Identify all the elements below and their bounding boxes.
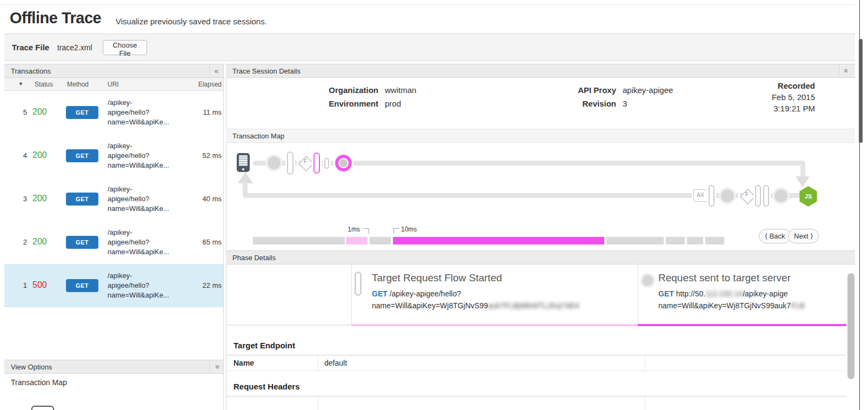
status-code: 200 bbox=[32, 194, 47, 203]
trace-file-name: trace2.xml bbox=[57, 43, 92, 52]
transaction-map-title: Transaction Map bbox=[232, 132, 284, 140]
method-badge: GET bbox=[66, 193, 98, 206]
phase-query: name=Will&apiKey=Wj8TGjNvS99auk7 bbox=[658, 301, 791, 310]
name-value: default bbox=[324, 359, 347, 367]
uri-line: /apikey- bbox=[108, 228, 169, 237]
status-code: 500 bbox=[32, 280, 47, 290]
policy-step-pill-icon[interactable] bbox=[709, 185, 715, 207]
vertical-scrollbar-thumb[interactable] bbox=[847, 273, 854, 379]
request-track-corner bbox=[800, 162, 805, 176]
method-badge: GET bbox=[66, 149, 98, 162]
device-screen bbox=[239, 155, 248, 166]
pane-divider-right bbox=[226, 64, 226, 410]
uri-line: name=Will&apiKe... bbox=[108, 117, 169, 127]
collapse-view-options-button[interactable]: « bbox=[209, 360, 223, 373]
timeline-segment bbox=[253, 237, 345, 244]
timeline-segment bbox=[606, 237, 664, 244]
target-endpoint-heading: Target Endpoint bbox=[233, 341, 295, 350]
api-proxy-value: apikey-apigee bbox=[623, 85, 673, 95]
phase-underline-current bbox=[638, 324, 846, 326]
top-divider bbox=[0, 4, 855, 5]
response-track bbox=[243, 193, 805, 198]
page-title: Offline Trace bbox=[10, 9, 101, 27]
elapsed-cell: 22 ms bbox=[183, 281, 222, 289]
column-status[interactable]: Status bbox=[35, 81, 53, 88]
column-elapsed[interactable]: Elapsed bbox=[183, 81, 222, 88]
phase-card-current[interactable]: Request sent to target server GET http:/… bbox=[638, 264, 846, 324]
status-code: 200 bbox=[32, 150, 47, 160]
table-row-selected[interactable]: 1 500 GET /apikey- apigee/hello? name=Wi… bbox=[4, 264, 223, 307]
offline-trace-app: Offline Trace Visualize previously saved… bbox=[0, 0, 868, 410]
tick-bracket-left bbox=[393, 228, 399, 234]
uri-line: /apikey- bbox=[108, 98, 169, 108]
timeline-segment-highlight bbox=[393, 237, 604, 244]
row-divider bbox=[226, 371, 846, 371]
transaction-map-bar: Transaction Map bbox=[226, 129, 855, 143]
table-row[interactable]: 2 200 GET /apikey- apigee/hello? name=Wi… bbox=[4, 221, 223, 264]
trace-file-label: Trace File bbox=[12, 43, 49, 52]
chevron-double-down-icon: « bbox=[212, 365, 221, 369]
proxy-step-circle-icon[interactable] bbox=[774, 189, 787, 202]
masked-text: FLB bbox=[791, 301, 805, 310]
policy-step-pill-icon[interactable] bbox=[755, 185, 761, 207]
flow-condition-diamond-icon[interactable]: F bbox=[740, 189, 754, 203]
collapse-transactions-button[interactable]: « bbox=[209, 64, 223, 77]
organization-label: Organization bbox=[292, 85, 378, 95]
table-row[interactable]: 4 200 GET /apikey- apigee/hello? name=Wi… bbox=[4, 134, 223, 177]
environment-label: Environment bbox=[292, 99, 378, 108]
uri-line: apigee/hello? bbox=[108, 194, 169, 204]
nodejs-target-icon: JS bbox=[799, 186, 818, 207]
view-options-item-transaction-map[interactable]: Transaction Map bbox=[11, 378, 67, 387]
elapsed-cell: 65 ms bbox=[183, 238, 222, 246]
column-uri[interactable]: URI bbox=[108, 81, 119, 88]
next-button[interactable]: Next ⟩ bbox=[788, 229, 819, 243]
selected-policy-pill-icon[interactable] bbox=[313, 153, 320, 174]
phase-url: /apikey-apigee/hello? bbox=[390, 289, 461, 298]
collapse-session-button[interactable]: « bbox=[839, 64, 853, 77]
back-button[interactable]: ⟨ Back bbox=[759, 229, 791, 243]
phase-underline-inactive bbox=[226, 325, 351, 326]
uri-line: name=Will&apiKe... bbox=[108, 290, 169, 300]
analytics-step-icon[interactable]: AX bbox=[693, 189, 707, 202]
sort-desc-icon[interactable]: ▼ bbox=[18, 81, 23, 87]
phase-card[interactable]: Target Request Flow Started GET /apikey-… bbox=[351, 264, 638, 324]
uri-cell: /apikey- apigee/hello? name=Will&apiKe..… bbox=[108, 228, 169, 257]
revision-value: 3 bbox=[623, 99, 627, 108]
elapsed-cell: 40 ms bbox=[183, 195, 222, 203]
table-row[interactable]: 3 200 GET /apikey- apigee/hello? name=Wi… bbox=[4, 177, 223, 221]
phase-url-suffix: /apikey-apige bbox=[743, 289, 787, 298]
tick-bracket-right bbox=[363, 228, 369, 234]
small-policy-pill-icon[interactable] bbox=[324, 158, 329, 169]
column-method[interactable]: Method bbox=[67, 81, 89, 88]
uri-line: name=Will&apiKe... bbox=[108, 161, 169, 170]
policy-step-pill-icon[interactable] bbox=[763, 185, 769, 207]
browser-scrollbar-thumb[interactable] bbox=[859, 39, 863, 143]
method-badge: GET bbox=[66, 279, 98, 292]
method-badge: GET bbox=[66, 106, 98, 119]
timeline-segment-highlight-light bbox=[346, 237, 368, 244]
proxy-step-circle-icon[interactable] bbox=[721, 189, 734, 202]
proxy-step-circle-icon[interactable] bbox=[268, 156, 281, 169]
elapsed-cell: 52 ms bbox=[183, 151, 222, 160]
environment-value: prod bbox=[385, 99, 401, 108]
selected-step-circle-icon[interactable] bbox=[335, 155, 352, 171]
table-row[interactable]: 5 200 GET /apikey- apigee/hello? name=Wi… bbox=[4, 91, 223, 134]
table-column-divider bbox=[318, 355, 318, 371]
uri-cell: /apikey- apigee/hello? name=Will&apiKe..… bbox=[108, 141, 169, 170]
method-label: GET bbox=[658, 289, 674, 298]
proxy-step-circle-icon bbox=[642, 275, 653, 286]
choose-file-button[interactable]: Choose File bbox=[103, 40, 147, 55]
section-divider bbox=[226, 396, 846, 396]
flow-label: F bbox=[298, 158, 312, 164]
status-code: 200 bbox=[32, 237, 47, 247]
name-label: Name bbox=[233, 359, 254, 367]
page-subtitle: Visualize previously saved trace session… bbox=[116, 17, 267, 26]
request-track-segment bbox=[253, 161, 266, 166]
recorded-date: Feb 5, 2015 bbox=[746, 92, 815, 102]
policy-step-pill-icon[interactable] bbox=[287, 151, 293, 175]
view-options-title: View Options bbox=[11, 363, 52, 371]
uri-line: apigee/hello? bbox=[108, 108, 169, 117]
section-divider bbox=[226, 355, 846, 355]
recorded-time: 3:19:21 PM bbox=[746, 104, 815, 113]
flow-condition-diamond-icon[interactable]: F bbox=[298, 156, 312, 170]
